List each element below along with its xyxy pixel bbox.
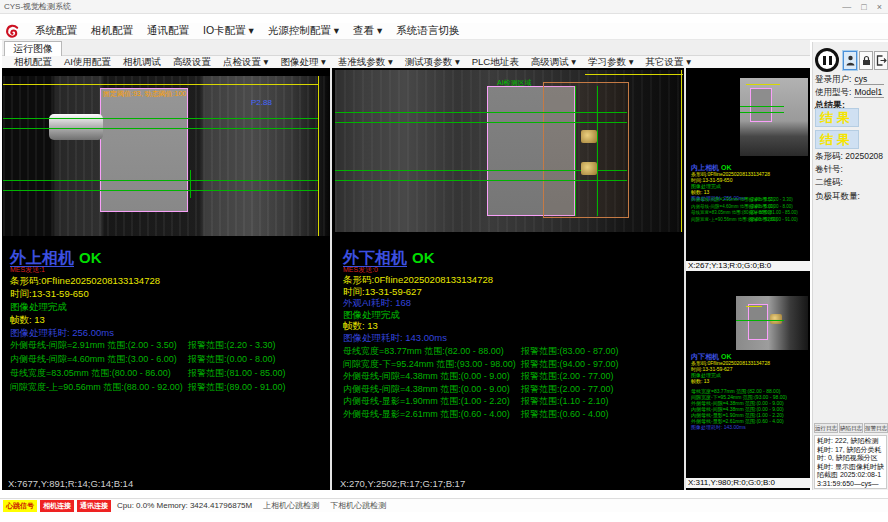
thumb2-info: 内下相机OK 条形码:0FfIine20250208133134728 时间:1… xyxy=(691,352,770,384)
alarm-range: 报警范围:(89.00 - 91.00) xyxy=(749,217,798,224)
log-tab-alarm[interactable]: 报警日志 xyxy=(864,423,888,433)
elapsed-line: 图像处理耗时: 143.00ms xyxy=(343,332,493,344)
overlay-green-line xyxy=(335,122,627,123)
log-tab-defect[interactable]: 缺陷日志 xyxy=(839,423,863,433)
measurement-row: 间隙宽度-上=90.56mm 范围:(88.00 - 92.00)报警范围:(8… xyxy=(691,217,798,224)
thumb1-pixel-coords: X:267;Y:13;R:0;G:0;B:0 xyxy=(686,261,810,271)
overlay-yellow-line xyxy=(585,74,683,75)
user-icon xyxy=(846,55,855,66)
log-tab-run[interactable]: 运行日志 xyxy=(814,423,838,433)
overlay-green-tick xyxy=(190,170,191,198)
overlay-green-line xyxy=(740,106,784,107)
measurement-text: 内侧母线-显影=1.90mm 范围:(1.00 - 2.20) xyxy=(343,395,521,408)
result-ok: OK xyxy=(79,249,102,266)
pause-icon xyxy=(829,56,832,65)
window-title: CYS-视觉检测系统 xyxy=(0,0,888,14)
logout-button[interactable] xyxy=(874,51,888,70)
model-row: 使用型号:Model1 xyxy=(815,87,884,99)
camera-view-thumb2[interactable] xyxy=(736,296,808,350)
measurement-row: 内侧母线-显影=1.90mm 范围:(1.00 - 2.20)报警范围:(1.1… xyxy=(343,395,619,408)
menu-item-camera-config[interactable]: 相机配置 xyxy=(84,24,140,38)
thumb1-measurements: 外侧母线-间隙=2.91mm 范围:(2.00 - 3.50)报警范围:(2.2… xyxy=(691,197,798,223)
overlay-yellow-line xyxy=(3,84,318,85)
camera-name: 外下相机 xyxy=(343,249,407,267)
left-pixel-coords: X:7677,Y:891;R:14;G:14;B:14 xyxy=(8,478,133,489)
panel-divider-2 xyxy=(684,68,686,490)
mes-status: MES发送:0 xyxy=(343,266,493,274)
measurement-row: 内侧母线-间隙=4.38mm 范围:(0.00 - 9.00)报警范围:(2.0… xyxy=(343,383,619,396)
minimize-button[interactable]: — xyxy=(842,0,851,14)
thumb2-title: 内下相机OK xyxy=(691,352,770,360)
overlay-green-line xyxy=(740,112,784,113)
measurement-row: 母线宽度=83.77mm 范围:(82.00 - 88.00)报警范围:(83.… xyxy=(343,345,619,358)
measurement-row: 间隙宽度-下=95.24mm 范围:(93.00 - 98.00)报警范围:(9… xyxy=(343,358,619,371)
done-line: 图像处理完成 xyxy=(343,309,493,321)
measurement-text: 外侧母线-间隙=2.91mm 范围:(2.00 - 3.50) xyxy=(10,338,188,352)
measurement-row: 外侧母线-间隙=2.91mm 范围:(2.00 - 3.50)报警范围:(2.2… xyxy=(10,338,286,352)
app-logo-icon xyxy=(5,24,20,39)
measurement-text: 内侧母线-间隙=4.60mm 范围:(3.00 - 6.00) xyxy=(10,352,188,366)
overlay-green-line xyxy=(597,86,598,216)
needle-row: 卷针号: xyxy=(815,164,843,176)
camera-view-middle[interactable]: AI检测区域 xyxy=(335,70,683,232)
menu-item-view[interactable]: 查看 ▾ xyxy=(346,24,389,38)
camera-name: 内上相机 xyxy=(691,164,719,171)
camera-connection-badge: 相机连接 xyxy=(40,500,74,512)
lock-button[interactable] xyxy=(859,51,873,70)
camera-view-left[interactable]: 固定阈值:93, 动态阈值:100 P2.88 xyxy=(3,76,330,236)
menu-item-io-config[interactable]: IO卡配置 ▾ xyxy=(196,24,261,38)
measurement-text: 母线宽度=83.05mm 范围:(80.00 - 86.00) xyxy=(10,366,188,380)
log-tab-strip: 运行日志 缺陷日志 报警日志 xyxy=(814,423,888,433)
thumb2-pixel-coords: X:311,Y:980;R:0;G:0;B:0 xyxy=(686,478,810,488)
alarm-range: 报警范围:(89.00 - 91.00) xyxy=(188,380,286,394)
alarm-range: 报警范围:(81.00 - 85.00) xyxy=(188,366,286,380)
tab-feature xyxy=(581,130,597,143)
elapsed-line: 图像处理耗时: 143.00ms xyxy=(691,424,787,430)
overlay-green-line xyxy=(3,180,318,181)
pause-button[interactable] xyxy=(815,48,839,72)
maximize-button[interactable]: □ xyxy=(861,0,866,14)
measurement-text: 内侧母线-间隙=4.38mm 范围:(0.00 - 9.00) xyxy=(343,383,521,396)
comm-connection-badge: 通讯连接 xyxy=(77,500,111,512)
camera-view-thumb1[interactable] xyxy=(740,78,808,156)
pause-icon xyxy=(823,56,826,65)
sidebar: 登录用户:cys 使用型号:Model1 总结果: 结果 结果 条形码: 202… xyxy=(812,42,888,490)
overlay-ai-box xyxy=(543,82,629,218)
measurement-row: 外侧母线-间隙=4.38mm 范围:(0.00 - 9.00)报警范围:(2.0… xyxy=(343,370,619,383)
barcode-row: 条形码: 20250208 xyxy=(815,151,883,163)
threshold-label: 固定阈值:93, 动态阈值:100 xyxy=(103,89,186,99)
overlay-cell-region xyxy=(100,88,188,212)
result-display-1: 结果 xyxy=(815,108,859,127)
measurement-text: 间隙宽度-上=90.56mm 范围:(88.00 - 92.00) xyxy=(691,217,749,224)
cpu-memory-status: Cpu: 0.0% Memory: 3424.41796875M xyxy=(117,501,252,510)
alarm-range: 报警范围:(83.00 - 87.00) xyxy=(521,345,619,358)
barcode-label: 条形码: xyxy=(815,151,843,161)
log-output[interactable]: 耗时: 222, 缺陷检测耗时: 17, 缺陷分类耗时: 0, 缺陷视频分区耗时… xyxy=(814,435,887,489)
measurement-row: 内侧母线-间隙=4.60mm 范围:(3.00 - 6.00)报警范围:(0.0… xyxy=(10,352,286,366)
measurement-text: 外侧母线-间隙=4.38mm 范围:(0.00 - 9.00) xyxy=(343,370,521,383)
thumb1-info: 内上相机OK 条形码:0FfIine20250208133134728 时间:1… xyxy=(691,163,770,201)
overlay-green-line xyxy=(3,190,318,191)
menu-item-system-config[interactable]: 系统配置 xyxy=(28,24,84,38)
measurement-row: 间隙宽度-上=90.56mm 范围:(88.00 - 92.00)报警范围:(8… xyxy=(10,380,286,394)
menu-item-comm-config[interactable]: 通讯配置 xyxy=(140,24,196,38)
status-bar: 心跳信号 相机连接 通讯连接 Cpu: 0.0% Memory: 3424.41… xyxy=(0,498,888,512)
model-value[interactable]: Model1 xyxy=(854,87,884,98)
measurement-row: 母线宽度=83.05mm 范围:(80.00 - 86.00)报警范围:(81.… xyxy=(10,366,286,380)
overlay-cell-region xyxy=(750,88,772,122)
menu-item-language[interactable]: 系统语言切换 xyxy=(389,24,466,38)
middle-panel-title: 外下相机OK xyxy=(343,248,493,266)
marker-label: P2.88 xyxy=(251,98,272,107)
result-ok: OK xyxy=(721,353,732,360)
mes-status: MES发送:1 xyxy=(10,266,160,274)
overlay-green-line xyxy=(335,112,627,113)
tab-feature xyxy=(581,162,597,175)
close-button[interactable]: × xyxy=(877,0,882,14)
qr-row: 二维码: xyxy=(815,177,843,189)
time-line: 时间:13-31-59-627 xyxy=(343,286,493,298)
tab-run-image[interactable]: 运行图像 xyxy=(4,41,62,56)
menu-item-light-config[interactable]: 光源控制配置 ▾ xyxy=(261,24,346,38)
overlay-yellow-line xyxy=(746,306,762,307)
barcode-value: 20250208 xyxy=(845,151,883,161)
user-button[interactable] xyxy=(843,51,857,70)
